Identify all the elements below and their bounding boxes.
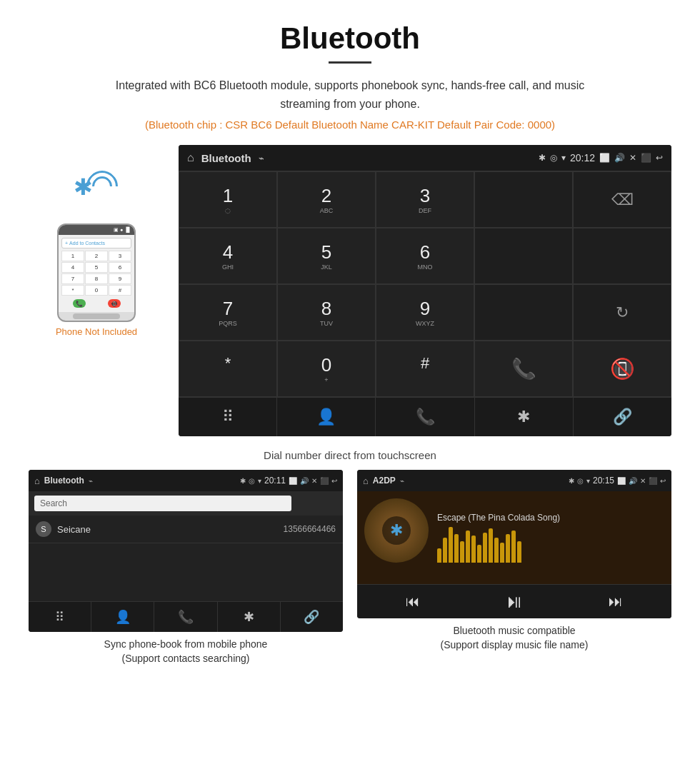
car-nav-link[interactable]: 🔗 [574, 398, 671, 436]
dial-key-4[interactable]: 4 GHI [179, 228, 277, 284]
car-nav-bluetooth[interactable]: ✱ [475, 398, 574, 436]
car-usb-icon: ⌁ [259, 153, 264, 164]
eq-bar [466, 531, 470, 563]
bt-status-icon: ✱ [539, 153, 546, 163]
pb-status-right: ✱ ◎ ▾ 20:11 ⬜ 🔊 ✕ ⬛ ↩ [240, 476, 337, 486]
eq-bar [511, 531, 516, 563]
music-usb-icon: ⌁ [400, 477, 404, 485]
phone-not-included-label: Phone Not Included [56, 326, 137, 337]
eq-bar [500, 543, 504, 563]
pb-back-icon[interactable]: ↩ [331, 477, 337, 485]
phone-key-3: 3 [109, 251, 131, 261]
phone-key-4: 4 [61, 262, 84, 273]
music-close-icon[interactable]: ✕ [640, 477, 646, 485]
page-title: Bluetooth [14, 21, 686, 56]
car-app-title: Bluetooth [201, 152, 251, 164]
pb-contact-area: S Seicane 13566664466 [29, 516, 343, 601]
phone-key-6: 6 [109, 262, 131, 273]
car-time-display: 20:12 [570, 152, 595, 164]
pb-contact-number: 13566664466 [284, 524, 336, 534]
eq-bar [437, 548, 441, 563]
car-display-main: ⌂ Bluetooth ⌁ ✱ ◎ ▾ 20:12 ⬜ 🔊 ✕ ⬛ ↩ 1 [179, 145, 671, 436]
dialpad-grid: 1 ◌ 2 ABC 3 DEF ⌫ 4 GHI [179, 171, 671, 397]
pb-nav-link[interactable]: 🔗 [281, 602, 343, 632]
pb-nav-dialpad[interactable]: ⠿ [29, 602, 91, 632]
pb-vol-icon[interactable]: 🔊 [300, 477, 309, 485]
call-green-icon: 📞 [511, 357, 536, 381]
dial-key-hash[interactable]: # [376, 341, 474, 397]
phone-end-btn: 📵 [108, 299, 121, 308]
dial-caption: Dial number direct from touchscreen [0, 443, 700, 470]
pb-nav-contacts[interactable]: 👤 [91, 602, 154, 632]
dial-key-5[interactable]: 5 JKL [277, 228, 376, 284]
middle-section: ✱ ▣ ● ▐▌ +Add to Contacts 1 2 3 4 5 6 7 [0, 138, 700, 443]
music-back-icon[interactable]: ↩ [660, 477, 666, 485]
eq-bar [506, 534, 510, 563]
dial-key-7[interactable]: 7 PQRS [179, 284, 277, 341]
pb-search-bar: Search [29, 491, 343, 516]
music-album-art: ✱ [364, 498, 429, 563]
phone-key-star: * [61, 285, 84, 296]
dial-key-star[interactable]: * [179, 341, 277, 397]
music-play-button[interactable]: ⏯ [505, 590, 524, 613]
pb-nav-bluetooth[interactable]: ✱ [218, 602, 281, 632]
pb-full-icon[interactable]: ⬛ [320, 477, 329, 485]
music-bt-overlay: ✱ [382, 516, 411, 545]
pb-usb-icon: ⌁ [89, 477, 93, 485]
location-icon: ◎ [550, 153, 557, 163]
music-vol-icon[interactable]: 🔊 [629, 477, 637, 485]
dial-key-1[interactable]: 1 ◌ [179, 171, 277, 228]
music-time-display: 20:15 [593, 476, 614, 486]
music-prev-button[interactable]: ⏮ [406, 593, 420, 610]
dial-key-6[interactable]: 6 MNO [376, 228, 474, 284]
subtitle-text: Integrated with BC6 Bluetooth module, su… [100, 76, 600, 113]
pb-nav-phone[interactable]: 📞 [154, 602, 217, 632]
pb-loc-icon: ◎ [249, 477, 255, 485]
backspace-button[interactable]: ⌫ [573, 171, 671, 228]
car-nav-phone[interactable]: 📞 [376, 398, 474, 436]
pb-signal-icon: ▾ [258, 477, 261, 485]
music-next-button[interactable]: ⏭ [609, 593, 623, 610]
music-home-icon[interactable]: ⌂ [363, 476, 369, 486]
car-home-icon[interactable]: ⌂ [187, 151, 194, 164]
dial-key-3[interactable]: 3 DEF [376, 171, 474, 228]
pb-cam-icon[interactable]: ⬜ [289, 477, 297, 485]
pb-time-display: 20:11 [264, 476, 286, 486]
info-line: (Bluetooth chip : CSR BC6 Default Blueto… [14, 119, 686, 131]
close-icon[interactable]: ✕ [629, 153, 636, 163]
dial-key-9[interactable]: 9 WXYZ [376, 284, 474, 341]
call-green-button[interactable]: 📞 [474, 341, 573, 397]
pb-close-icon[interactable]: ✕ [311, 477, 317, 485]
music-full-icon[interactable]: ⬛ [649, 477, 657, 485]
phonebook-card: ⌂ Bluetooth ⌁ ✱ ◎ ▾ 20:11 ⬜ 🔊 ✕ ⬛ ↩ Sea [29, 470, 343, 665]
music-cam-icon[interactable]: ⬜ [617, 477, 626, 485]
car-nav-dialpad[interactable]: ⠿ [179, 398, 277, 436]
fullscreen-icon[interactable]: ⬛ [641, 153, 651, 163]
pb-status-bar: ⌂ Bluetooth ⌁ ✱ ◎ ▾ 20:11 ⬜ 🔊 ✕ ⬛ ↩ [29, 470, 343, 491]
dial-key-2[interactable]: 2 ABC [277, 171, 376, 228]
phone-dialpad: 1 2 3 4 5 6 7 8 9 * 0 # [61, 251, 131, 296]
pb-home-icon[interactable]: ⌂ [34, 476, 40, 486]
phone-key-5: 5 [85, 262, 108, 273]
eq-bar [471, 536, 476, 563]
pb-contact-name: Seicane [57, 524, 284, 535]
camera-icon[interactable]: ⬜ [599, 153, 610, 163]
car-nav-contacts[interactable]: 👤 [277, 398, 376, 436]
phone-top-bar: ▣ ● ▐▌ [59, 225, 134, 235]
dial-key-0[interactable]: 0 + [277, 341, 376, 397]
music-content: ✱ Escape (The Pina Colada Song) [357, 491, 671, 584]
dial-key-8[interactable]: 8 TUV [277, 284, 376, 341]
pb-bt-icon: ✱ [240, 477, 246, 485]
music-controls: ⏮ ⏯ ⏭ [357, 584, 671, 618]
back-icon[interactable]: ↩ [656, 153, 663, 163]
refresh-button[interactable]: ↻ [573, 284, 671, 341]
refresh-icon: ↻ [616, 303, 629, 322]
call-red-button[interactable]: 📵 [573, 341, 671, 397]
pb-contact-letter: S [36, 521, 51, 537]
phone-area: ✱ ▣ ● ▐▌ +Add to Contacts 1 2 3 4 5 6 7 [29, 145, 164, 337]
pb-status-left: ⌂ Bluetooth ⌁ [34, 476, 93, 486]
volume-icon[interactable]: 🔊 [614, 153, 625, 163]
music-loc-icon: ◎ [577, 477, 584, 485]
pb-search-input[interactable]: Search [34, 496, 291, 511]
eq-bar [483, 533, 487, 563]
